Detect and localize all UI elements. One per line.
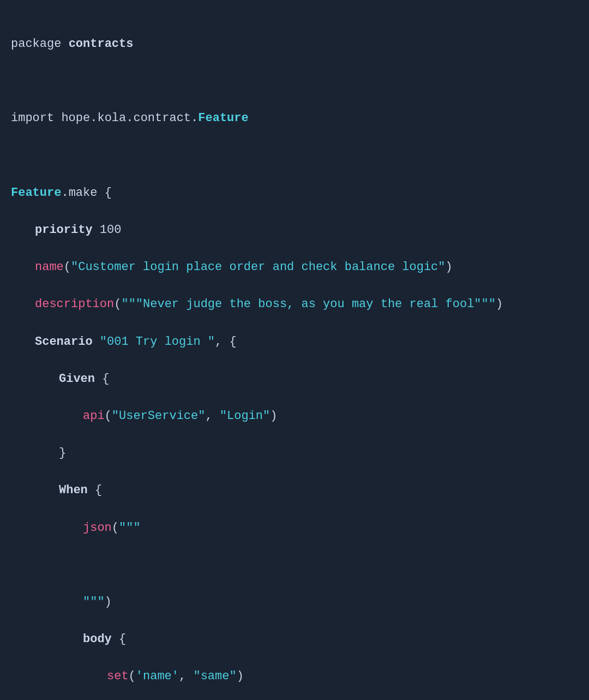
api-arg1: "UserService" — [112, 409, 206, 423]
given-kw: Given — [59, 372, 95, 386]
scenario-kw: Scenario — [35, 335, 93, 349]
line-description: description("""Never judge the boss, as … — [11, 295, 578, 314]
package-name: contracts — [69, 37, 134, 51]
when-kw: When — [59, 483, 88, 497]
feature-class: Feature — [11, 186, 61, 200]
desc-fn: description — [35, 297, 114, 311]
code-editor: package contracts import hope.kola.contr… — [11, 16, 578, 700]
import-class-feature: Feature — [198, 111, 248, 125]
set1-fn: set — [107, 669, 129, 683]
line-body: body { — [11, 630, 578, 649]
name-arg: "Customer login place order and check ba… — [71, 260, 446, 274]
feature-make-kw: make — [69, 186, 98, 200]
name-fn: name — [35, 260, 64, 274]
api-arg2: "Login" — [220, 409, 270, 423]
set1-arg1: 'name' — [136, 669, 179, 683]
package-keyword: package — [11, 37, 61, 51]
line-json-open: json(""" — [11, 519, 578, 537]
line-import: import hope.kola.contract.Feature — [11, 109, 578, 128]
line-priority: priority 100 — [11, 221, 578, 240]
priority-value: 100 — [100, 223, 122, 237]
line-given-close: } — [11, 444, 578, 463]
json-triple-open: """ — [119, 521, 141, 535]
import-keyword: import — [11, 111, 54, 125]
json-fn: json — [83, 521, 112, 535]
line-json-close: """) — [11, 593, 578, 612]
line-given: Given { — [11, 370, 578, 388]
import-path-kola: kola — [97, 111, 126, 125]
line-set1: set('name', "same") — [11, 667, 578, 686]
line-when: When { — [11, 481, 578, 500]
line-package: package contracts — [11, 35, 578, 53]
api-fn: api — [83, 409, 105, 423]
line-scenario: Scenario "001 Try login ", { — [11, 333, 578, 351]
desc-arg: """Never judge the boss, as you may the … — [121, 297, 496, 311]
json-triple-close: """ — [83, 595, 105, 609]
set1-arg2: "same" — [193, 669, 236, 683]
body-kw: body — [83, 632, 112, 646]
import-path-contract: contract — [133, 111, 191, 125]
line-feature-make: Feature.make { — [11, 184, 578, 202]
import-path-hope: hope — [61, 111, 90, 125]
scenario-arg: "001 Try login " — [100, 335, 215, 349]
priority-label: priority — [35, 223, 93, 237]
line-name: name("Customer login place order and che… — [11, 258, 578, 277]
line-api: api("UserService", "Login") — [11, 407, 578, 426]
